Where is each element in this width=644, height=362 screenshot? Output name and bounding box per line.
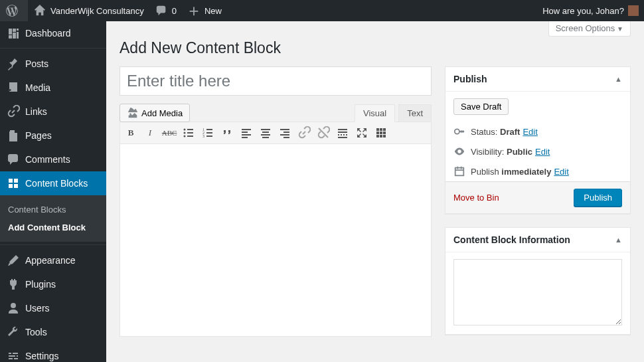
sidebar-item-pages[interactable]: Pages xyxy=(0,124,106,147)
media-icon xyxy=(7,81,20,94)
calendar-icon xyxy=(453,165,465,177)
grid-icon xyxy=(7,177,20,190)
svg-rect-14 xyxy=(242,132,248,133)
svg-rect-4 xyxy=(187,132,193,134)
sidebar-item-users[interactable]: Users xyxy=(0,296,106,320)
move-to-bin-link[interactable]: Move to Bin xyxy=(453,193,499,203)
sidebar-item-label: Pages xyxy=(25,130,52,141)
editor-content[interactable] xyxy=(120,144,432,337)
publish-metabox-header[interactable]: Publish ▲ xyxy=(445,67,630,92)
site-name-text: VanderWijk Consultancy xyxy=(50,6,144,16)
toolbar-toggle-button[interactable] xyxy=(372,124,390,142)
plugin-icon xyxy=(7,278,20,291)
svg-rect-34 xyxy=(376,135,379,137)
numbered-list-button[interactable]: 123 xyxy=(199,124,217,142)
tab-text[interactable]: Text xyxy=(398,104,432,122)
svg-rect-31 xyxy=(376,132,379,134)
dashboard-icon xyxy=(7,27,20,40)
sidebar-item-label: Settings xyxy=(25,351,59,361)
sidebar-item-comments[interactable]: Comments xyxy=(0,147,106,171)
svg-point-1 xyxy=(184,129,186,131)
new-text: New xyxy=(204,6,222,16)
link-icon xyxy=(7,105,20,118)
svg-rect-29 xyxy=(380,128,382,131)
submenu-item-add[interactable]: Add Content Block xyxy=(0,219,106,236)
sidebar-item-label: Content Blocks xyxy=(25,178,88,189)
chevron-up-icon: ▲ xyxy=(615,75,622,83)
svg-rect-35 xyxy=(380,135,382,137)
page-title: Add New Content Block xyxy=(120,39,631,57)
sidebar-item-posts[interactable]: Posts xyxy=(0,52,106,76)
site-name-link[interactable]: VanderWijk Consultancy xyxy=(28,0,149,21)
align-center-button[interactable] xyxy=(256,124,275,142)
svg-rect-8 xyxy=(206,129,212,130)
main-content: Screen Options Add New Content Block Add… xyxy=(106,21,644,362)
sidebar-item-links[interactable]: Links xyxy=(0,100,106,124)
sidebar-item-plugins[interactable]: Plugins xyxy=(0,272,106,296)
sidebar-item-media[interactable]: Media xyxy=(0,76,106,100)
visibility-row: Visibility: Public Edit xyxy=(445,141,630,161)
admin-bar: VanderWijk Consultancy 0 New How are you… xyxy=(0,0,644,21)
italic-button[interactable]: I xyxy=(141,124,159,142)
svg-rect-38 xyxy=(455,168,464,176)
key-icon xyxy=(453,126,465,137)
edit-visibility-link[interactable]: Edit xyxy=(535,147,550,157)
sidebar-item-label: Media xyxy=(25,82,50,93)
svg-rect-10 xyxy=(206,132,212,134)
align-right-button[interactable] xyxy=(276,124,294,142)
unlink-button[interactable] xyxy=(314,124,333,142)
content-block-info-metabox: Content Block Information ▲ xyxy=(445,227,631,335)
admin-sidebar: Dashboard Posts Media Links Pages Commen… xyxy=(0,21,106,362)
svg-point-37 xyxy=(455,129,459,134)
brush-icon xyxy=(7,254,20,267)
sidebar-item-settings[interactable]: Settings xyxy=(0,344,106,362)
edit-schedule-link[interactable]: Edit xyxy=(554,167,568,177)
bold-button[interactable]: B xyxy=(121,124,140,142)
new-link[interactable]: New xyxy=(182,0,227,21)
align-left-button[interactable] xyxy=(237,124,256,142)
sidebar-item-label: Links xyxy=(25,106,47,117)
sidebar-item-label: Tools xyxy=(25,327,47,337)
title-input[interactable] xyxy=(120,66,432,96)
screen-options-button[interactable]: Screen Options xyxy=(548,21,631,37)
wp-logo[interactable] xyxy=(0,0,28,21)
info-title: Content Block Information xyxy=(453,234,570,245)
pin-icon xyxy=(7,57,20,70)
my-account[interactable]: How are you, Johan? xyxy=(537,0,644,21)
info-metabox-header[interactable]: Content Block Information ▲ xyxy=(445,228,630,252)
svg-rect-13 xyxy=(242,129,251,130)
sidebar-item-label: Plugins xyxy=(25,279,56,290)
svg-rect-23 xyxy=(280,134,289,136)
page-icon xyxy=(7,129,20,142)
edit-status-link[interactable]: Edit xyxy=(523,127,537,137)
sidebar-item-appearance[interactable]: Appearance xyxy=(0,248,106,272)
add-media-button[interactable]: Add Media xyxy=(120,104,190,122)
sidebar-item-label: Dashboard xyxy=(25,28,71,39)
strikethrough-button[interactable]: ABC xyxy=(160,124,179,142)
link-button[interactable] xyxy=(295,124,313,142)
content-block-info-textarea[interactable] xyxy=(453,259,622,325)
bullet-list-button[interactable] xyxy=(179,124,198,142)
svg-rect-26 xyxy=(338,132,347,133)
publish-button[interactable]: Publish xyxy=(574,189,622,207)
svg-rect-19 xyxy=(261,134,270,136)
submenu-item-list[interactable]: Content Blocks xyxy=(0,201,106,219)
save-draft-button[interactable]: Save Draft xyxy=(453,98,509,115)
add-media-label: Add Media xyxy=(141,108,183,118)
comments-link[interactable]: 0 xyxy=(149,0,182,21)
svg-rect-20 xyxy=(262,137,269,138)
status-row: Status: Draft Edit xyxy=(445,122,630,141)
publish-title: Publish xyxy=(453,74,487,84)
insert-more-button[interactable] xyxy=(333,124,352,142)
fullscreen-button[interactable] xyxy=(353,124,371,142)
svg-rect-22 xyxy=(283,132,289,133)
svg-rect-18 xyxy=(262,132,269,133)
sidebar-item-tools[interactable]: Tools xyxy=(0,320,106,344)
tab-visual[interactable]: Visual xyxy=(355,104,395,122)
blockquote-button[interactable] xyxy=(218,124,236,142)
comment-icon xyxy=(7,153,20,166)
sidebar-item-label: Posts xyxy=(25,58,48,69)
sidebar-item-content-blocks[interactable]: Content Blocks xyxy=(0,171,106,195)
svg-point-0 xyxy=(129,113,131,115)
sidebar-item-dashboard[interactable]: Dashboard xyxy=(0,21,106,45)
